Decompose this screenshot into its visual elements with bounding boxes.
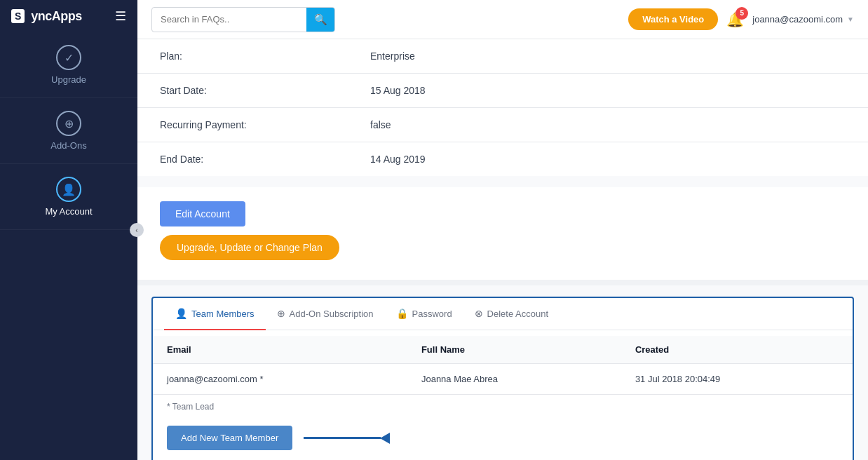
user-menu-arrow-icon: ▼ — [847, 15, 854, 23]
edit-account-button[interactable]: Edit Account — [160, 201, 245, 226]
arrow-line — [304, 437, 381, 439]
tab-addon-subscription[interactable]: ⊕ Add-On Subscription — [266, 298, 385, 330]
add-new-team-member-button[interactable]: Add New Team Member — [167, 426, 292, 450]
arrow-head-icon — [380, 433, 390, 444]
user-menu[interactable]: joanna@cazoomi.com ▼ — [752, 14, 854, 25]
team-members-tab-icon: 👤 — [175, 308, 187, 319]
sidebar-item-myaccount[interactable]: 👤 My Account — [0, 164, 137, 230]
logo: S yncApps ☰ — [0, 0, 137, 32]
tab-password[interactable]: 🔒 Password — [385, 298, 463, 330]
end-date-label: End Date: — [160, 154, 370, 165]
sidebar-item-upgrade-label: Upgrade — [51, 74, 86, 85]
email-column-header: Email — [153, 336, 407, 364]
addon-subscription-tab-label: Add-On Subscription — [290, 309, 374, 319]
team-members-tab-label: Team Members — [191, 309, 255, 319]
watch-video-button[interactable]: Watch a Video — [628, 8, 718, 30]
member-created: 31 Jul 2018 20:04:49 — [621, 364, 853, 395]
start-date-row: Start Date: 15 Aug 2018 — [137, 74, 868, 108]
logo-brand-name: yncApps — [31, 9, 82, 24]
sidebar-collapse-toggle[interactable]: ‹ — [130, 223, 144, 237]
myaccount-icon: 👤 — [56, 177, 81, 202]
plan-row: Plan: Enterprise — [137, 39, 868, 74]
start-date-label: Start Date: — [160, 85, 370, 96]
recurring-payment-value: false — [370, 119, 391, 130]
page-content: Plan: Enterprise Start Date: 15 Aug 2018… — [137, 39, 868, 460]
notification-badge: 5 — [735, 7, 748, 20]
arrow-indicator — [304, 433, 390, 444]
user-email-label: joanna@cazoomi.com — [752, 14, 843, 25]
tabs-header: 👤 Team Members ⊕ Add-On Subscription 🔒 P… — [153, 298, 853, 330]
sidebar-item-myaccount-label: My Account — [45, 206, 92, 217]
main-content-area: 🔍 Watch a Video 🔔 5 joanna@cazoomi.com ▼… — [137, 0, 868, 460]
tab-delete-account[interactable]: ⊗ Delete Account — [463, 298, 560, 330]
addons-icon: ⊕ — [56, 111, 81, 136]
created-column-header: Created — [621, 336, 853, 364]
member-fullname: Joanna Mae Abrea — [407, 364, 621, 395]
team-members-table: Email Full Name Created joanna@cazoomi.c… — [153, 336, 853, 395]
recurring-payment-row: Recurring Payment: false — [137, 108, 868, 142]
fullname-column-header: Full Name — [407, 336, 621, 364]
end-date-value: 14 Aug 2019 — [370, 154, 426, 165]
sidebar-item-upgrade[interactable]: ✓ Upgrade — [0, 32, 137, 98]
search-input[interactable] — [152, 14, 306, 25]
search-button[interactable]: 🔍 — [306, 7, 334, 32]
recurring-payment-label: Recurring Payment: — [160, 119, 370, 130]
sidebar-item-addons-label: Add-Ons — [50, 140, 86, 151]
start-date-value: 15 Aug 2018 — [370, 85, 426, 96]
password-tab-label: Password — [412, 309, 452, 319]
account-buttons-section: Edit Account Upgrade, Update or Change P… — [137, 187, 868, 285]
topbar: 🔍 Watch a Video 🔔 5 joanna@cazoomi.com ▼ — [137, 0, 868, 39]
plan-label: Plan: — [160, 50, 370, 62]
end-date-row: End Date: 14 Aug 2019 — [137, 142, 868, 176]
table-row: joanna@cazoomi.com * Joanna Mae Abrea 31… — [153, 364, 853, 395]
sidebar: S yncApps ☰ ✓ Upgrade ⊕ Add-Ons 👤 My Acc… — [0, 0, 137, 460]
account-tabs-section: 👤 Team Members ⊕ Add-On Subscription 🔒 P… — [151, 297, 854, 460]
upgrade-plan-button[interactable]: Upgrade, Update or Change Plan — [160, 235, 339, 260]
add-member-area: Add New Team Member — [153, 419, 853, 460]
upgrade-icon: ✓ — [56, 45, 81, 70]
plan-value: Enterprise — [370, 50, 415, 62]
hamburger-menu-icon[interactable]: ☰ — [115, 8, 126, 24]
tab-team-members[interactable]: 👤 Team Members — [164, 298, 266, 330]
member-email: joanna@cazoomi.com * — [153, 364, 407, 395]
search-box: 🔍 — [151, 7, 335, 32]
logo-s-letter: S — [11, 9, 25, 23]
plan-info-section: Plan: Enterprise Start Date: 15 Aug 2018… — [137, 39, 868, 176]
addon-subscription-tab-icon: ⊕ — [277, 308, 285, 319]
notification-bell-icon[interactable]: 🔔 5 — [726, 11, 744, 28]
team-lead-note: * Team Lead — [153, 395, 853, 419]
password-tab-icon: 🔒 — [396, 308, 408, 319]
delete-account-tab-label: Delete Account — [487, 309, 548, 319]
delete-account-tab-icon: ⊗ — [475, 308, 483, 319]
sidebar-item-addons[interactable]: ⊕ Add-Ons — [0, 98, 137, 164]
